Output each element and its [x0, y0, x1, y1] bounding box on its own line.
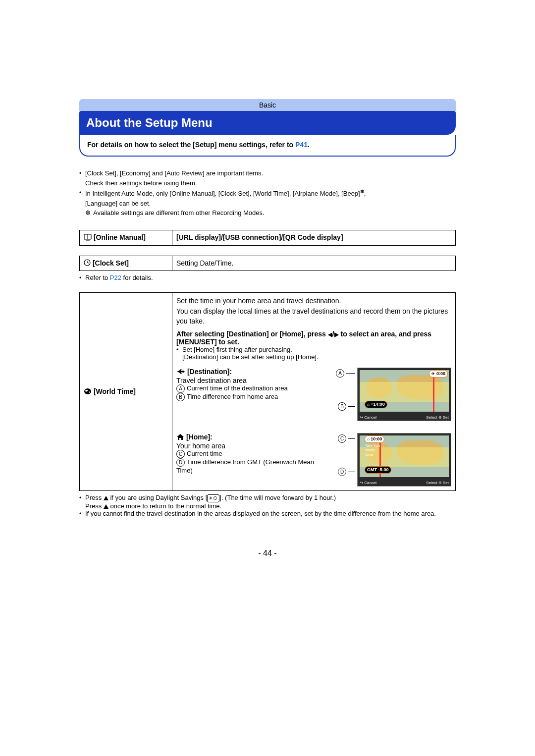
ill-dest-cancel: Cancel	[364, 415, 376, 420]
callout-c-icon: C	[338, 434, 346, 443]
intro-line1b: Check their settings before using them.	[79, 178, 456, 188]
fn2: If you cannot find the travel destinatio…	[85, 510, 436, 517]
online-manual-value: [URL display]/[USB connection]/[QR Code …	[172, 230, 456, 245]
fn1d: Press	[85, 502, 104, 510]
intro-line2a: In Intelligent Auto Mode, only [Online M…	[85, 190, 360, 197]
table-clock-set: [Clock Set] Setting Date/Time.	[79, 256, 456, 271]
ill-home-city1: New York	[366, 443, 380, 448]
fn1c: ]. (The time will move forward by 1 hour…	[219, 494, 336, 501]
manual-page: Basic About the Setup Menu For details o…	[0, 0, 535, 756]
svg-point-5	[84, 388, 91, 394]
ill-home-time: 10:00	[371, 436, 382, 441]
subtitle-link[interactable]: P41	[295, 141, 308, 149]
intro-line2a-suffix: ,	[364, 190, 366, 197]
triangle-left-icon	[328, 332, 332, 337]
subtitle-box: For details on how to select the [Setup]…	[79, 135, 456, 157]
ill-home-cancel: Cancel	[364, 481, 376, 485]
dest-a: Current time of the destination area	[187, 384, 288, 392]
clock-note-prefix: Refer to	[85, 274, 110, 281]
ill-home-select: Select	[426, 481, 437, 485]
wt-desc1: Set the time in your home area and trave…	[176, 297, 341, 305]
page-number: - 44 -	[0, 549, 535, 558]
home-title: [Home]:	[186, 433, 213, 441]
online-manual-icon	[84, 234, 92, 242]
callout-d-small: D	[176, 458, 185, 467]
table-world-time: [World Time] Set the time in your home a…	[79, 292, 456, 491]
footnotes: • Press if you are using Daylight Saving…	[79, 494, 456, 517]
online-manual-label: [Online Manual]	[94, 233, 146, 241]
clock-icon	[84, 259, 91, 268]
ill-dest-time: 0:00	[436, 371, 445, 376]
triangle-up-icon-2	[104, 504, 108, 509]
svg-line-4	[87, 263, 89, 263]
ill-dest-set: Set	[443, 415, 449, 420]
illustration-home: ⌂ 10:00 New York Miami Lima GMT -5:00 ↩ …	[357, 433, 451, 486]
wt-desc2: You can display the local times at the t…	[176, 307, 448, 325]
intro-line2b: [Language] can be set.	[79, 199, 456, 209]
callout-b-small: B	[176, 393, 185, 401]
intro-line1: [Clock Set], [Economy] and [Auto Review]…	[85, 168, 263, 178]
destination-title: [Destination]:	[187, 368, 232, 376]
world-time-icon	[84, 388, 92, 396]
home-icon	[176, 433, 184, 442]
wt-sub1: Set [Home] first thing after purchasing.	[182, 346, 292, 353]
ill-home-set: Set	[443, 481, 449, 485]
clock-note: •Refer to P22 for details.	[79, 274, 456, 281]
ill-home-diff: GMT -5:00	[367, 467, 389, 472]
ill-home-city3: Lima	[366, 452, 380, 457]
illustration-destination: ✈ 0:00 ⌂ +14:00 ↩ Cancel Select ⊕ Set	[357, 368, 451, 421]
home-d: Time difference from GMT (Greenwich Mean…	[176, 458, 314, 474]
intro-asterisk: Available settings are different from ot…	[93, 208, 265, 218]
wt-instr-a: After selecting [Destination] or [Home],…	[176, 330, 328, 338]
callout-b-icon: B	[338, 402, 346, 411]
dst-icon: ☀⏲	[207, 494, 219, 502]
ill-dest-select: Select	[426, 415, 437, 420]
page-title: About the Setup Menu	[79, 111, 456, 135]
fn1b: if you are using Daylight Savings [	[108, 494, 207, 501]
intro-bullets: •[Clock Set], [Economy] and [Auto Review…	[79, 168, 456, 218]
subtitle-suffix: .	[308, 141, 310, 149]
wt-instruction: After selecting [Destination] or [Home],…	[176, 330, 451, 346]
home-c: Current time	[187, 450, 222, 457]
fn1e: once more to return to the normal time.	[108, 502, 221, 510]
world-time-label: [World Time]	[94, 387, 136, 395]
clock-set-value: Setting Date/Time.	[172, 256, 456, 271]
clock-note-link[interactable]: P22	[110, 274, 121, 281]
ill-dest-diff: +14:00	[371, 402, 384, 407]
ill-home-city2: Miami	[366, 448, 380, 452]
callout-c-small: C	[176, 450, 185, 458]
subtitle-prefix: For details on how to select the [Setup]…	[87, 141, 295, 149]
home-desc: Your home area	[176, 442, 325, 450]
destination-icon	[176, 368, 185, 377]
wt-sub2: [Destination] can be set after setting u…	[176, 353, 451, 361]
callout-d-icon: D	[338, 468, 346, 476]
clock-set-label: [Clock Set]	[93, 259, 129, 267]
clock-note-suffix: for details.	[121, 274, 153, 281]
section-banner: Basic	[79, 99, 456, 111]
fn1a: Press	[85, 494, 104, 501]
triangle-right-icon	[334, 332, 339, 337]
world-time-content: Set the time in your home area and trave…	[176, 296, 451, 487]
destination-desc: Travel destination area	[176, 377, 325, 384]
callout-a-icon: A	[336, 369, 344, 378]
callout-a-small: A	[176, 384, 185, 393]
triangle-up-icon	[104, 496, 108, 500]
table-online-manual: [Online Manual] [URL display]/[USB conne…	[79, 230, 456, 246]
dest-b: Time difference from home area	[187, 393, 278, 400]
